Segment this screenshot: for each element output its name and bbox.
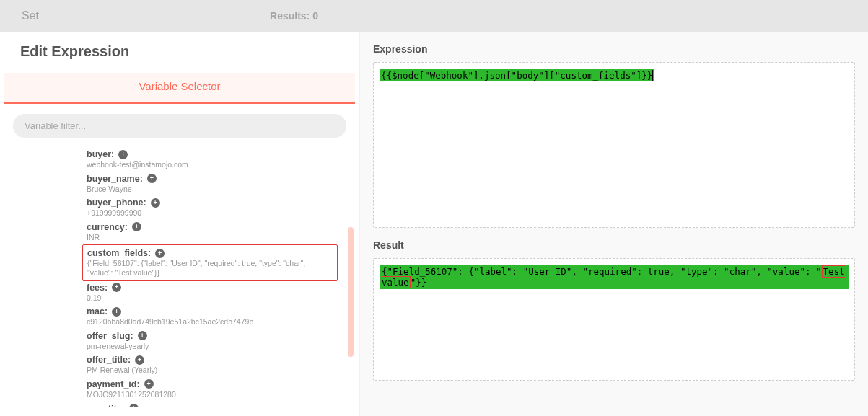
- tree-item-label: fees:+: [87, 283, 352, 293]
- plus-icon[interactable]: +: [118, 150, 128, 159]
- edit-expression-title: Edit Expression: [0, 32, 359, 73]
- tree-item-offer_title[interactable]: offer_title:+PM Renewal (Yearly): [87, 353, 359, 378]
- plus-icon[interactable]: +: [112, 307, 121, 317]
- tree-item-label: offer_title:+: [87, 355, 352, 365]
- result-text: {"Field_56107": {"label": "User ID", "re…: [380, 265, 849, 289]
- right-panel: Expression {{$node["Webhook"].json["body…: [359, 32, 868, 416]
- tree-item-buyer_phone[interactable]: buyer_phone:++919999999990: [87, 196, 359, 221]
- expression-label: Expression: [373, 32, 855, 62]
- plus-icon[interactable]: +: [144, 379, 154, 389]
- plus-icon[interactable]: +: [135, 355, 144, 365]
- expression-editor[interactable]: {{$node["Webhook"].json["body"]["custom_…: [373, 62, 855, 228]
- plus-icon[interactable]: +: [151, 198, 160, 208]
- variable-tree: buyer:+webhook-test@instamojo.combuyer_n…: [0, 148, 359, 407]
- tree-item-value: c9120bba8d0ad749cb19e51a2bc15ae2cdb7479b: [87, 317, 352, 327]
- variable-filter-input[interactable]: [13, 114, 346, 138]
- topbar-title: Set: [22, 9, 39, 22]
- tree-item-value: 0.19: [87, 293, 352, 303]
- tree-item-buyer_name[interactable]: buyer_name:+Bruce Wayne: [87, 172, 359, 197]
- tree-item-label: buyer:+: [87, 149, 352, 159]
- tree-item-value: {"Field_56107": {"label": "User ID", "re…: [87, 259, 330, 277]
- plus-icon[interactable]: +: [147, 174, 157, 183]
- plus-icon[interactable]: +: [129, 404, 139, 407]
- tree-item-value: webhook-test@instamojo.com: [87, 160, 352, 169]
- scrollbar[interactable]: [348, 227, 354, 357]
- tree-item-label: custom_fields:+: [87, 248, 330, 258]
- plus-icon[interactable]: +: [155, 249, 165, 258]
- topbar-results: Results: 0: [270, 10, 318, 22]
- tree-item-payment_id[interactable]: payment_id:+MOJO9211301252081280: [87, 378, 359, 402]
- tree-item-label: quantity:+: [87, 404, 352, 407]
- tree-item-label: offer_slug:+: [87, 331, 352, 341]
- tree-item-label: buyer_name:+: [87, 174, 352, 184]
- main-container: Edit Expression Variable Selector buyer:…: [0, 32, 868, 416]
- tree-item-offer_slug[interactable]: offer_slug:+pm-renewal-yearly: [87, 329, 359, 354]
- tree-item-value: MOJO9211301252081280: [87, 390, 352, 399]
- plus-icon[interactable]: +: [112, 283, 121, 292]
- plus-icon[interactable]: +: [132, 222, 141, 231]
- tree-item-fees[interactable]: fees:+0.19: [87, 281, 359, 306]
- tree-item-mac[interactable]: mac:+c9120bba8d0ad749cb19e51a2bc15ae2cdb…: [87, 305, 359, 329]
- tree-item-value: PM Renewal (Yearly): [87, 366, 352, 375]
- tree-item-value: pm-renewal-yearly: [87, 342, 352, 351]
- tree-item-label: buyer_phone:+: [87, 198, 352, 208]
- result-label: Result: [373, 228, 855, 258]
- left-panel: Edit Expression Variable Selector buyer:…: [0, 32, 359, 416]
- tree-item-value: +919999999990: [87, 208, 352, 218]
- tree-item-label: payment_id:+: [87, 379, 352, 389]
- variable-selector-header: Variable Selector: [4, 73, 355, 104]
- tree-item-currency[interactable]: currency:+INR: [87, 221, 359, 245]
- tree-item-value: Bruce Wayne: [87, 185, 352, 194]
- expression-text: {{$node["Webhook"].json["body"]["custom_…: [380, 69, 654, 81]
- filter-wrap: [0, 114, 359, 148]
- tree-item-quantity[interactable]: quantity:+1: [87, 402, 359, 407]
- result-box: {"Field_56107": {"label": "User ID", "re…: [373, 258, 855, 381]
- tree-item-buyer[interactable]: buyer:+webhook-test@instamojo.com: [87, 148, 359, 172]
- tree-item-value: INR: [87, 233, 352, 242]
- topbar: Set Results: 0: [0, 0, 868, 32]
- tree-item-label: currency:+: [87, 222, 352, 232]
- tree-item-custom_fields[interactable]: custom_fields:+{"Field_56107": {"label":…: [82, 244, 338, 280]
- tree-item-label: mac:+: [87, 306, 352, 317]
- plus-icon[interactable]: +: [138, 331, 147, 340]
